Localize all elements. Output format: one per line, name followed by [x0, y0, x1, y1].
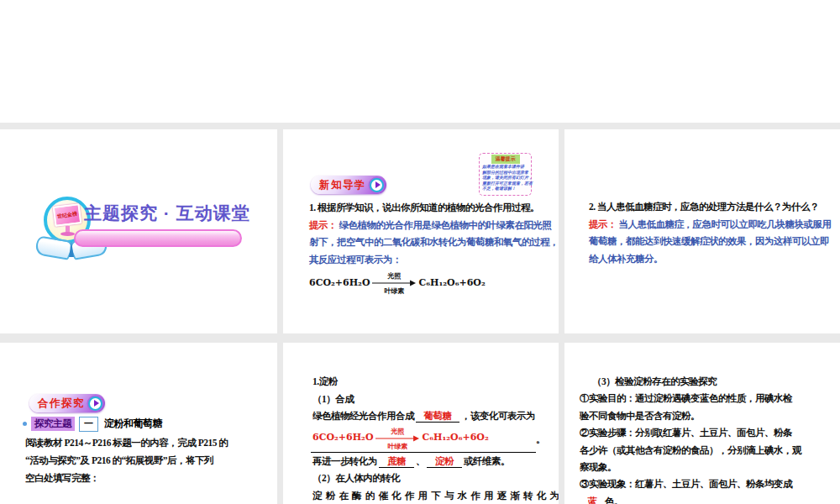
slide-thumbnail-1[interactable]: 世纪金榜 主题探究 · 互动课堂 — [0, 129, 277, 333]
hint-line: 葡萄糖，都能达到快速缓解症状的效果，因为这样可以立即 — [589, 233, 831, 250]
answer-blank: 蔗糖 — [379, 455, 414, 468]
reaction-arrow-icon — [375, 435, 419, 442]
slide-thumbnail-2[interactable]: 新知导学 温馨提示 如果您在观看本课件讲 解部分的过程中出现异常 现象，请关闭所… — [283, 129, 559, 333]
answer-blank: 蓝 — [581, 496, 603, 504]
play-icon — [370, 178, 384, 192]
hint-line: 给人体补充糖分。 — [589, 250, 831, 268]
hint-line: 其反应过程可表示为： — [309, 251, 559, 269]
equation-condition-below: 叶绿素 — [386, 443, 409, 449]
badge-label: 新知导学 — [319, 178, 366, 192]
tip-note-line: 现象，请关闭所有幻灯片， — [482, 176, 528, 181]
paragraph-line: ③实验现象：红薯片、土豆片、面包片、粉条均变成 — [580, 475, 801, 492]
cooperative-inquiry-badge: 合作探究 — [29, 394, 105, 412]
paragraph-line: 阅读教材 P214～P216 标题一的内容，完成 P215 的 — [25, 434, 228, 452]
equation-condition-below: 叶绿素 — [382, 287, 406, 294]
heading: 1.淀粉 — [312, 373, 559, 391]
slide-thumbnail-6[interactable]: （3）检验淀粉存在的实验探究 ①实验目的：通过淀粉遇碘变蓝色的性质，用碘水检 验… — [564, 343, 840, 504]
topic-number-box: 一 — [79, 417, 98, 432]
topic-heading: 探究主题 一 淀粉和葡萄糖 — [23, 417, 162, 431]
tip-note-title: 温馨提示 — [491, 155, 520, 164]
bullet-icon — [23, 422, 27, 426]
hint-line: 射下，把空气中的二氧化碳和水转化为葡萄糖和氧气的过程， — [309, 234, 559, 251]
paragraph-line: ②实验步骤：分别取红薯片、土豆片、面包片、粉条 — [580, 424, 801, 441]
paragraph-line: 察现象。 — [580, 459, 801, 475]
slide-thumbnail-5[interactable]: 1.淀粉 （1）合成 绿色植物经光合作用合成葡萄糖，该变化可表示为 6CO₂+6… — [283, 343, 559, 504]
question-text: 1. 根据所学知识，说出你所知道的植物的光合作用过程。 — [309, 199, 559, 217]
reaction-arrow-icon — [372, 280, 416, 286]
hint-label: 提示： — [309, 220, 337, 230]
paragraph-line: 各少许（或其他含有淀粉的食品），分别滴上碘水，观 — [580, 442, 801, 459]
tip-note-line: 不足，敬请谅解！ — [482, 186, 528, 192]
topic-title: 淀粉和葡萄糖 — [104, 417, 162, 431]
monitor-icon: 世纪金榜 — [53, 203, 82, 227]
answer-blank: 葡萄糖 — [416, 410, 459, 423]
equation-blank-line: 6CO₂+6H₂O 光照 叶绿素 C₆H₁₂O₆+6O₂ — [311, 428, 536, 453]
slide-thumbnail-4[interactable]: 合作探究 探究主题 一 淀粉和葡萄糖 阅读教材 P214～P216 标题一的内容… — [0, 343, 277, 504]
answer-blank: 淀粉 — [427, 455, 462, 468]
hint-line: 当人患低血糖症，应急时可以立即吃几块糖块或服用 — [618, 219, 831, 229]
tip-note-line: 如果您在观看本课件讲 — [482, 165, 528, 171]
equation-condition-above: 光照 — [389, 428, 406, 434]
hint-line: 绿色植物的光合作用是绿色植物中的叶绿素在阳光照 — [339, 220, 551, 230]
equation-condition-above: 光照 — [386, 272, 402, 279]
slide-thumbnail-3[interactable]: 2. 当人患低血糖症时，应急的处理方法是什么？为什么？ 提示： 当人患低血糖症，… — [564, 129, 840, 333]
title-underline-bar — [74, 229, 242, 247]
play-icon — [88, 396, 102, 411]
hint-label: 提示： — [589, 219, 617, 229]
topic-label: 探究主题 — [31, 417, 75, 431]
tip-note: 温馨提示 如果您在观看本课件讲 解部分的过程中出现异常 现象，请关闭所有幻灯片，… — [479, 153, 532, 196]
paragraph-line: 空白处填写完整： — [25, 470, 228, 487]
paragraph-line: 验不同食物中是否含有淀粉。 — [580, 407, 801, 424]
question-text: 2. 当人患低血糖症时，应急的处理方法是什么？为什么？ — [589, 198, 831, 216]
badge-label: 合作探究 — [38, 396, 85, 411]
equation-period: 。 — [536, 431, 545, 449]
logo-brand-text: 世纪金榜 — [56, 210, 77, 221]
new-knowledge-badge: 新知导学 — [311, 176, 386, 194]
photosynthesis-equation: 6CO₂+6H₂O 光照 叶绿素 C₆H₁₂O₆+6O₂ — [312, 428, 489, 449]
subheading: （1）合成 — [312, 391, 559, 408]
section-title: 主题探究 · 互动课堂 — [84, 202, 250, 225]
paragraph-line: ①实验目的：通过淀粉遇碘变蓝色的性质，用碘水检 — [580, 390, 801, 407]
subheading: （2）在人体内的转化 — [312, 470, 559, 487]
photosynthesis-equation: 6CO₂+6H₂O 光照 叶绿素 C₆H₁₂O₆+6O₂ — [309, 272, 486, 294]
heading: （3）检验淀粉存在的实验探究 — [592, 373, 801, 390]
paragraph-line: 淀粉在酶的催化作用下与水作用逐渐转化为 — [312, 487, 559, 504]
slide-sorter-page: 世纪金榜 主题探究 · 互动课堂 新知导学 温馨提示 如果您在观看本课件讲 解部… — [0, 0, 840, 504]
paragraph-line: “活动与探究”及 P216 的“拓展视野”后，将下列 — [25, 452, 228, 470]
